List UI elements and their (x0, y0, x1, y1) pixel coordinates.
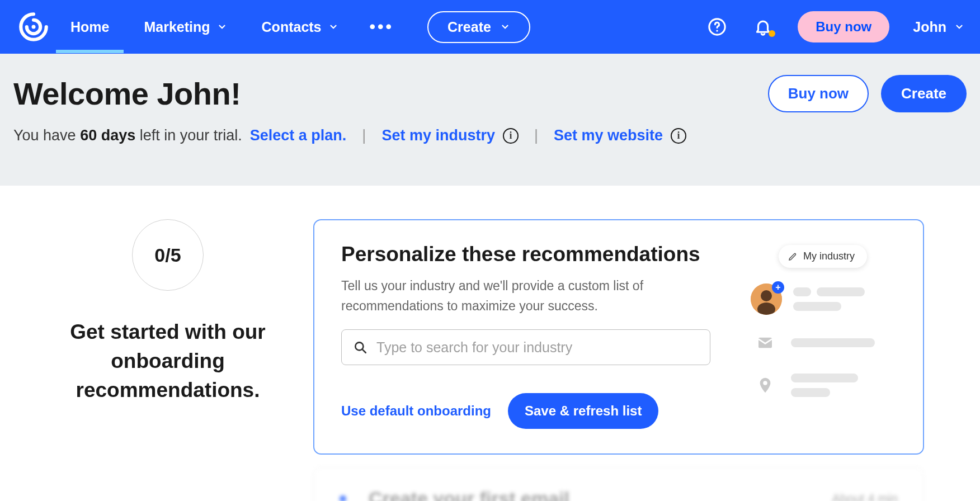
select-plan-link[interactable]: Select a plan. (250, 127, 347, 144)
save-refresh-label: Save & refresh list (525, 403, 642, 418)
nav-home-label: Home (70, 19, 109, 35)
info-icon[interactable]: i (503, 128, 519, 144)
brand-logo[interactable] (16, 9, 51, 45)
chevron-down-icon (328, 22, 338, 32)
hero-buy-now-label: Buy now (788, 85, 849, 102)
svg-point-8 (763, 381, 767, 385)
nav-home[interactable]: Home (67, 1, 112, 53)
buy-now-label: Buy now (816, 19, 871, 34)
top-nav: Home Marketing Contacts ••• Create (0, 0, 980, 54)
set-industry-link[interactable]: Set my industry (381, 127, 495, 144)
svg-point-5 (761, 290, 772, 301)
industry-search-input[interactable] (376, 339, 699, 356)
illustration-row: + (751, 283, 896, 315)
nav-more-icon[interactable]: ••• (370, 17, 394, 36)
status-dot-icon (340, 495, 346, 501)
notification-dot (769, 30, 775, 37)
chevron-down-icon (954, 22, 964, 32)
hero-create-label: Create (901, 85, 946, 102)
nav-contacts[interactable]: Contacts (258, 1, 342, 53)
nav-contacts-label: Contacts (262, 19, 322, 35)
illustration-row (751, 371, 896, 400)
mail-icon (751, 328, 780, 357)
svg-point-0 (32, 25, 36, 29)
buy-now-button[interactable]: Buy now (798, 11, 889, 42)
page-title: Welcome John! (13, 75, 756, 112)
plus-badge-icon: + (772, 281, 784, 294)
divider: | (534, 127, 538, 144)
search-icon (353, 340, 368, 355)
my-industry-chip-label: My industry (803, 250, 855, 262)
progress-text: 0/5 (154, 244, 181, 266)
help-icon[interactable] (706, 16, 728, 38)
set-website-link[interactable]: Set my website (554, 127, 663, 144)
nav-marketing[interactable]: Marketing (140, 1, 230, 53)
next-item-time: About 4 min (832, 491, 898, 501)
user-menu[interactable]: John (913, 19, 964, 35)
hero-section: Welcome John! Buy now Create You have 60… (0, 54, 980, 186)
personalize-card: Personalize these recommendations Tell u… (313, 219, 924, 455)
save-refresh-button[interactable]: Save & refresh list (508, 393, 658, 429)
notifications-icon[interactable] (752, 16, 774, 38)
onboarding-sidebar: 0/5 Get started with our onboarding reco… (56, 219, 280, 501)
info-icon[interactable]: i (671, 128, 686, 144)
chevron-down-icon (500, 22, 510, 32)
next-item-title: Create your first email (369, 488, 810, 501)
next-onboarding-item[interactable]: Create your first email About 4 min (313, 467, 924, 501)
card-illustration: My industry + (751, 243, 896, 429)
svg-point-2 (717, 30, 718, 31)
chevron-down-icon (217, 22, 227, 32)
hero-buy-now-button[interactable]: Buy now (768, 75, 869, 112)
use-default-onboarding-link[interactable]: Use default onboarding (341, 403, 491, 419)
illustration-row (751, 328, 896, 357)
main-content: 0/5 Get started with our onboarding reco… (0, 186, 980, 501)
svg-point-3 (355, 343, 363, 351)
user-name: John (913, 19, 946, 35)
progress-indicator: 0/5 (132, 219, 204, 291)
card-title: Personalize these recommendations (341, 243, 723, 266)
industry-search-field[interactable] (341, 329, 710, 365)
pencil-icon (788, 252, 798, 262)
nav-create-button[interactable]: Create (427, 11, 530, 43)
location-icon (751, 371, 780, 400)
card-description: Tell us your industry and we'll provide … (341, 276, 677, 316)
divider: | (362, 127, 366, 144)
nav-create-label: Create (447, 19, 491, 35)
onboarding-heading: Get started with our onboarding recommen… (56, 318, 280, 404)
my-industry-chip[interactable]: My industry (779, 245, 867, 268)
nav-marketing-label: Marketing (144, 19, 210, 35)
hero-create-button[interactable]: Create (881, 75, 967, 112)
trial-text: You have 60 days left in your trial. (13, 127, 242, 144)
